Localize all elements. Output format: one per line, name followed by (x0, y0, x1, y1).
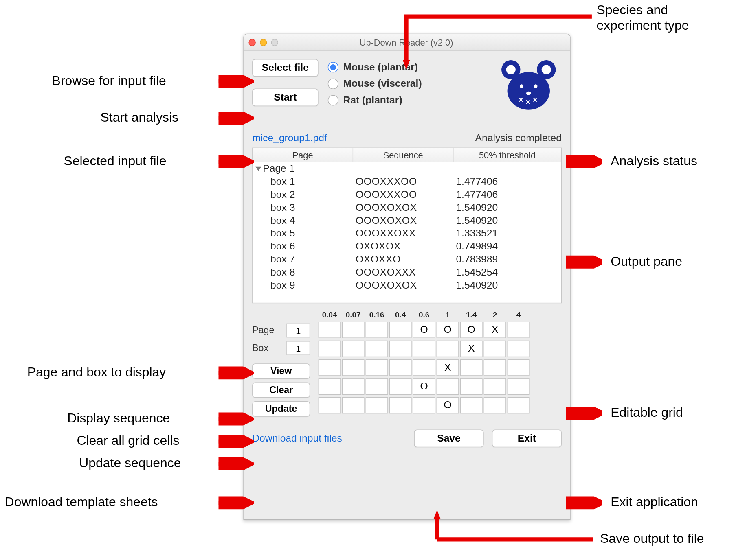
grid-cell[interactable]: X (437, 359, 459, 376)
page-group-header[interactable]: Page 1 (253, 162, 561, 175)
grid-cell[interactable]: X (484, 322, 506, 338)
table-row[interactable]: box 9OOOXOXOX1.540920 (253, 279, 561, 292)
grid-cell[interactable] (342, 341, 365, 357)
editable-grid[interactable]: OOOXXXOO (319, 322, 562, 413)
radio-mouse-visceral[interactable]: Mouse (visceral) (328, 78, 422, 90)
grid-cell[interactable]: O (413, 378, 435, 395)
grid-cell[interactable] (342, 322, 365, 338)
grid-cell[interactable] (508, 322, 530, 338)
grid-cell[interactable] (366, 378, 388, 395)
grid-cell[interactable] (508, 341, 530, 357)
grid-cell[interactable] (484, 341, 506, 357)
cell-threshold: 1.540920 (456, 215, 558, 227)
grid-header: 0.04 (319, 311, 341, 319)
grid-cell[interactable] (484, 397, 506, 414)
cell-box: box 5 (255, 228, 356, 240)
grid-cell[interactable]: O (437, 397, 459, 414)
grid-cell[interactable] (413, 359, 435, 376)
cell-sequence: OXOXXO (356, 254, 456, 266)
grid-cell[interactable]: X (460, 341, 483, 357)
cell-box: box 9 (255, 280, 356, 291)
clear-button[interactable]: Clear (252, 383, 310, 398)
cell-threshold: 0.749894 (456, 241, 558, 253)
grid-cell[interactable] (484, 359, 506, 376)
cell-box: box 7 (255, 254, 356, 266)
grid-cell[interactable] (319, 322, 341, 338)
grid-cell[interactable] (319, 341, 341, 357)
grid-cell[interactable] (484, 378, 506, 395)
grid-cell[interactable] (508, 359, 530, 376)
grid-cell[interactable]: O (460, 322, 483, 338)
grid-cell[interactable] (460, 359, 483, 376)
grid-cell[interactable] (342, 378, 365, 395)
grid-cell[interactable] (460, 378, 483, 395)
grid-cell[interactable] (366, 397, 388, 414)
output-table[interactable]: Page Sequence 50% threshold Page 1 box 1… (252, 148, 562, 304)
grid-cell[interactable] (366, 359, 388, 376)
page-group-label: Page 1 (263, 163, 294, 175)
disclosure-triangle-icon (255, 167, 261, 171)
table-row[interactable]: box 6OXOXOX0.749894 (253, 240, 561, 253)
grid-cell[interactable] (389, 359, 412, 376)
ann-species: Species and experiment type (597, 2, 689, 33)
cell-sequence: OOOXOXOX (356, 215, 456, 227)
analysis-status: Analysis completed (475, 132, 562, 144)
table-row[interactable]: box 1OOOXXXOO1.477406 (253, 175, 561, 188)
grid-cell[interactable] (437, 378, 459, 395)
grid-cell[interactable] (413, 397, 435, 414)
grid-cell[interactable] (508, 378, 530, 395)
grid-cell[interactable]: O (413, 322, 435, 338)
th-sequence: Sequence (353, 148, 454, 162)
grid-cell[interactable] (389, 378, 412, 395)
grid-cell[interactable] (366, 341, 388, 357)
save-button[interactable]: Save (414, 430, 483, 448)
grid-cell[interactable] (319, 397, 341, 414)
ann-save: Save output to file (600, 531, 704, 547)
ann-pagebox: Page and box to display (27, 365, 166, 380)
view-button[interactable]: View (252, 363, 310, 379)
th-page: Page (253, 148, 354, 162)
th-threshold: 50% threshold (454, 148, 561, 162)
grid-cell[interactable] (366, 322, 388, 338)
ann-clear: Clear all grid cells (77, 433, 180, 448)
table-row[interactable]: box 5OOOXXOXX1.333521 (253, 227, 561, 240)
grid-header: 4 (508, 311, 530, 319)
cell-box: box 3 (255, 202, 356, 214)
table-row[interactable]: box 2OOOXXXOO1.477406 (253, 188, 561, 201)
grid-cell[interactable] (460, 397, 483, 414)
grid-cell[interactable] (342, 359, 365, 376)
cell-box: box 4 (255, 215, 356, 227)
grid-cell[interactable] (342, 397, 365, 414)
grid-cell[interactable] (319, 378, 341, 395)
selected-file-link[interactable]: mice_group1.pdf (252, 132, 327, 144)
table-row[interactable]: box 4OOOXOXOX1.540920 (253, 214, 561, 227)
grid-cell[interactable] (508, 397, 530, 414)
box-input[interactable]: 1 (286, 341, 310, 355)
page-input[interactable]: 1 (286, 324, 310, 338)
grid-cell[interactable] (319, 359, 341, 376)
table-row[interactable]: box 8OOOXOXXX1.545254 (253, 266, 561, 279)
ann-update: Update sequence (79, 455, 181, 471)
svg-point-5 (520, 84, 523, 88)
radio-icon (328, 95, 338, 105)
select-file-button[interactable]: Select file (252, 59, 318, 77)
table-row[interactable]: box 3OOOXOXOX1.540920 (253, 201, 561, 214)
grid-cell[interactable] (413, 341, 435, 357)
svg-point-7 (526, 92, 531, 95)
grid-cell[interactable] (437, 341, 459, 357)
exit-button[interactable]: Exit (492, 430, 562, 448)
radio-rat-plantar[interactable]: Rat (plantar) (328, 94, 422, 106)
grid-cell[interactable] (389, 397, 412, 414)
table-row[interactable]: box 7OXOXXO0.783989 (253, 253, 561, 266)
ann-output: Output pane (611, 254, 682, 269)
cell-sequence: OXOXOX (356, 241, 456, 253)
update-button[interactable]: Update (252, 401, 310, 417)
grid-cell[interactable] (389, 322, 412, 338)
grid-cell[interactable]: O (437, 322, 459, 338)
download-templates-link[interactable]: Download input files (252, 433, 342, 444)
cell-threshold: 1.333521 (456, 228, 558, 240)
cell-sequence: OOOXOXOX (356, 202, 456, 214)
grid-cell[interactable] (389, 341, 412, 357)
start-button[interactable]: Start (252, 89, 318, 107)
close-icon[interactable] (248, 39, 255, 46)
